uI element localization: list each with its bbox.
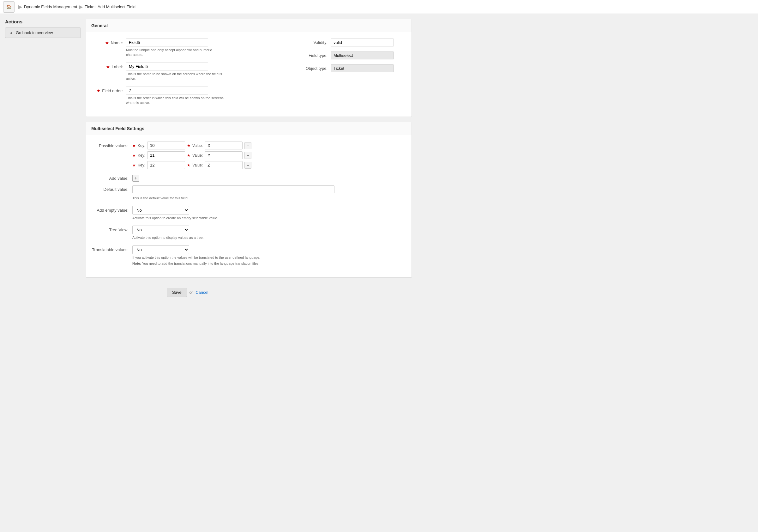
name-hint: Must be unique and only accept alphabeti… [126,48,227,57]
tree-view-hint: Activate this option to display values a… [132,235,204,240]
name-input[interactable] [126,39,208,47]
pv-remove-button-1[interactable]: − [244,152,252,159]
general-left: ★ Name: Must be unique and only accept a… [91,39,287,110]
field-order-label: ★ Field order: [91,87,126,93]
possible-values-entries: ★ Key: ★ Value: − ★ Key: ★ Value: − ★ Ke… [132,142,406,171]
breadcrumb-item-1[interactable]: Dynamic Fields Management [24,4,77,9]
object-type-row: Object type: [299,64,406,72]
object-type-label: Object type: [299,66,331,71]
go-back-label: Go back to overview [16,30,53,35]
pv-remove-button-2[interactable]: − [244,162,252,169]
pv-key-label-2: Key: [138,163,145,167]
field-order-field: This is the order in which this field wi… [126,87,287,106]
add-empty-label: Add empty value: [91,206,132,213]
pv-key-input-2[interactable] [147,161,185,169]
field-order-row: ★ Field order: This is the order in whic… [91,87,287,106]
default-value-hint: This is the default value for this field… [132,196,189,200]
sidebar-title: Actions [5,19,81,24]
pv-val-label-0: Value: [192,143,203,148]
label-input[interactable] [126,62,208,70]
pv-entry-0: ★ Key: ★ Value: − [132,142,406,149]
add-value-label: Add value: [91,176,132,181]
pv-val-label-1: Value: [192,153,203,158]
pv-key-star-0: ★ [132,143,136,148]
or-text: or [190,290,193,295]
translatable-hint2: Note: You need to add the translations m… [132,261,260,266]
breadcrumb-sep-2: ▶ [79,4,83,10]
field-order-input[interactable] [126,87,208,94]
pv-entry-2: ★ Key: ★ Value: − [132,161,406,169]
tree-view-label: Tree View: [91,226,132,232]
general-section-title: General [86,19,412,32]
pv-val-input-2[interactable] [205,161,243,169]
tree-view-select[interactable]: No [132,226,189,234]
name-required-star: ★ [105,40,109,45]
field-type-row: Field type: [299,52,406,59]
content-area: General ★ Name: Must be un [86,19,412,302]
pv-val-star-1: ★ [187,153,190,158]
pv-key-star-2: ★ [132,163,136,167]
possible-values-label: Possible values: [91,142,132,148]
pv-val-star-2: ★ [187,163,190,167]
general-grid: ★ Name: Must be unique and only accept a… [91,39,406,110]
multiselect-section: Multiselect Field Settings Possible valu… [86,122,412,278]
save-button[interactable]: Save [167,288,187,297]
multiselect-section-body: Possible values: ★ Key: ★ Value: − ★ Key… [86,135,412,277]
general-section: General ★ Name: Must be un [86,19,412,117]
possible-values-row: Possible values: ★ Key: ★ Value: − ★ Key… [91,142,406,171]
label-hint: This is the name to be shown on the scre… [126,72,227,82]
back-arrow-icon: ◄ [9,31,13,35]
tree-view-field: No Activate this option to display value… [132,226,204,240]
go-back-button[interactable]: ◄ Go back to overview [5,27,81,38]
pv-val-input-1[interactable] [205,151,243,159]
add-empty-row: Add empty value: No Activate this option… [91,206,406,221]
translatable-row: Translatable values: No If you activate … [91,245,406,266]
label-label: ★ Label: [91,62,126,69]
translatable-field: No If you activate this option the value… [132,245,260,266]
label-row: ★ Label: This is the name to be shown on… [91,62,287,82]
pv-remove-button-0[interactable]: − [244,142,252,149]
add-empty-select[interactable]: No [132,206,189,215]
name-row: ★ Name: Must be unique and only accept a… [91,39,287,57]
pv-key-input-0[interactable] [147,142,185,149]
field-type-label: Field type: [299,53,331,58]
breadcrumb: 🏠 ▶ Dynamic Fields Management ▶ Ticket: … [0,0,758,14]
home-icon: 🏠 [6,4,11,9]
translatable-hint2-prefix: Note: [132,262,141,266]
add-value-row: Add value: + [91,175,406,182]
cancel-link[interactable]: Cancel [195,290,208,295]
validity-input[interactable] [331,39,394,47]
validity-label: Validity: [299,40,331,45]
default-value-input[interactable] [132,186,334,193]
pv-key-input-1[interactable] [147,151,185,159]
breadcrumb-item-2: Ticket: Add Multiselect Field [85,4,135,9]
translatable-select[interactable]: No [132,245,189,254]
translatable-label: Translatable values: [91,245,132,252]
tree-view-row: Tree View: No Activate this option to di… [91,226,406,240]
pv-val-input-0[interactable] [205,142,243,149]
add-empty-field: No Activate this option to create an emp… [132,206,218,221]
pv-val-label-2: Value: [192,163,203,167]
pv-val-star-0: ★ [187,143,190,148]
breadcrumb-sep-1: ▶ [18,4,22,10]
default-value-label: Default value: [91,187,132,192]
object-type-input [331,64,394,72]
translatable-hint2-suffix: You need to add the translations manuall… [141,262,259,266]
field-order-required-star: ★ [97,89,100,93]
general-right: Validity: Field type: Object type: [299,39,406,110]
label-field: This is the name to be shown on the scre… [126,62,287,82]
main-layout: Actions ◄ Go back to overview General ★ [0,14,417,307]
field-type-input [331,52,394,59]
add-value-button[interactable]: + [132,175,139,182]
pv-key-star-1: ★ [132,153,136,158]
general-section-body: ★ Name: Must be unique and only accept a… [86,32,412,117]
default-value-row: Default value: [91,186,406,193]
translatable-hint1: If you activate this option the values w… [132,255,260,260]
validity-row: Validity: [299,39,406,47]
pv-key-label-0: Key: [138,143,145,148]
name-label: ★ Name: [91,39,126,45]
sidebar: Actions ◄ Go back to overview [5,19,81,302]
home-button[interactable]: 🏠 [3,1,15,13]
multiselect-section-title: Multiselect Field Settings [86,122,412,135]
field-order-hint: This is the order in which this field wi… [126,96,227,106]
